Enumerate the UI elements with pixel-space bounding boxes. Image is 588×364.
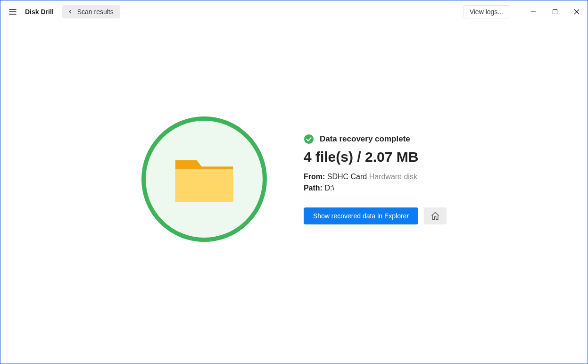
minimize-button[interactable] — [522, 0, 544, 23]
title-bar: Disk Drill Scan results View logs... — [0, 0, 588, 23]
menu-icon[interactable] — [7, 6, 18, 17]
svg-rect-7 — [175, 169, 233, 201]
back-label: Scan results — [77, 8, 114, 16]
svg-point-8 — [304, 134, 314, 144]
status-text: Data recovery complete — [320, 134, 410, 144]
home-icon — [431, 211, 440, 221]
main-content: Data recovery complete 4 file(s) / 2.07 … — [0, 23, 588, 364]
view-logs-button[interactable]: View logs... — [464, 5, 509, 18]
close-button[interactable] — [566, 0, 588, 23]
recovery-summary: 4 file(s) / 2.07 MB — [304, 149, 447, 165]
home-button[interactable] — [424, 207, 447, 224]
path-label: Path: — [304, 184, 323, 192]
app-title: Disk Drill — [25, 8, 54, 16]
check-circle-icon — [304, 134, 314, 144]
folder-graphic — [141, 116, 267, 242]
from-label: From: — [304, 173, 325, 181]
folder-icon — [172, 154, 236, 205]
from-suffix: Hardware disk — [369, 173, 417, 181]
window-controls — [522, 0, 588, 23]
chevron-left-icon — [67, 8, 74, 15]
path-line: Path: D:\ — [304, 184, 447, 192]
svg-rect-4 — [553, 10, 557, 14]
path-value: D:\ — [324, 184, 334, 192]
show-in-explorer-button[interactable]: Show recovered data in Explorer — [304, 207, 418, 224]
from-line: From: SDHC Card Hardware disk — [304, 173, 447, 181]
from-value: SDHC Card — [327, 173, 367, 181]
back-to-scan-results-button[interactable]: Scan results — [62, 5, 120, 18]
maximize-button[interactable] — [544, 0, 566, 23]
